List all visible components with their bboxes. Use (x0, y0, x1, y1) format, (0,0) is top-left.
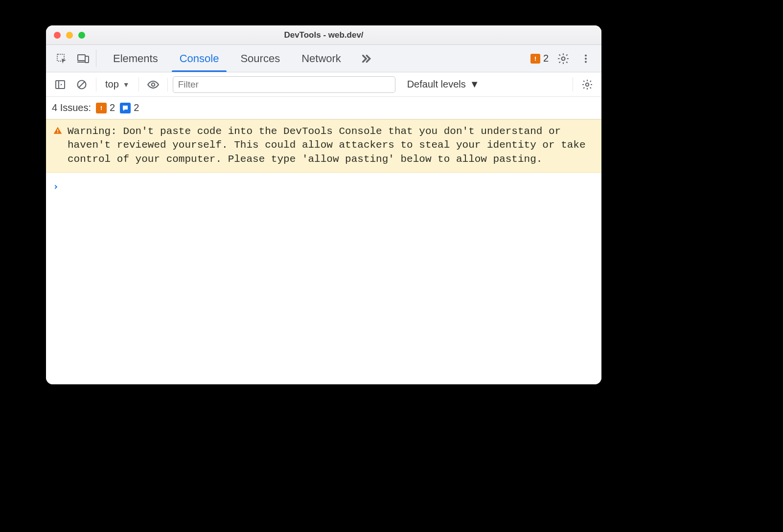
maximize-window-button[interactable] (78, 32, 85, 39)
log-levels-dropdown[interactable]: Default levels ▼ (407, 79, 480, 90)
toolbar-divider (96, 50, 96, 67)
dropdown-triangle-icon: ▼ (123, 81, 130, 89)
warning-triangle-icon (53, 126, 63, 135)
svg-rect-18 (57, 130, 58, 132)
issues-blue-group: 2 (120, 102, 139, 113)
panel-tabs: Elements Console Sources Network (102, 45, 378, 72)
issues-label: 4 Issues: (52, 102, 91, 113)
tab-network[interactable]: Network (291, 45, 352, 72)
tab-sources[interactable]: Sources (230, 45, 291, 72)
svg-point-7 (585, 54, 587, 56)
tabbar-right: 2 (529, 45, 599, 72)
svg-rect-10 (56, 81, 65, 89)
tab-console[interactable]: Console (169, 45, 230, 72)
levels-label: Default levels (407, 79, 466, 90)
console-prompt[interactable]: › (46, 173, 601, 200)
toolbar-divider (138, 78, 139, 91)
console-toolbar: top ▼ Default levels ▼ (46, 72, 601, 97)
console-body: Warning: Don't paste code into the DevTo… (46, 119, 601, 384)
prompt-caret-icon: › (53, 180, 59, 192)
window-title: DevTools - web.dev/ (46, 30, 601, 40)
svg-point-15 (586, 83, 589, 86)
svg-rect-1 (78, 55, 85, 61)
svg-rect-4 (535, 57, 536, 59)
error-count: 2 (543, 53, 549, 64)
svg-rect-16 (101, 106, 102, 109)
toolbar-divider (167, 78, 168, 91)
minimize-window-button[interactable] (66, 32, 73, 39)
tab-elements[interactable]: Elements (102, 45, 169, 72)
svg-rect-3 (85, 56, 89, 63)
error-chip-icon (530, 54, 540, 64)
svg-rect-5 (535, 60, 536, 61)
context-label: top (105, 79, 119, 90)
close-window-button[interactable] (54, 32, 61, 39)
devtools-window: DevTools - web.dev/ Elements Console Sou… (46, 25, 601, 384)
inspect-element-icon[interactable] (51, 45, 72, 72)
svg-point-9 (585, 61, 587, 63)
paste-warning-banner: Warning: Don't paste code into the DevTo… (46, 119, 601, 173)
svg-rect-19 (57, 132, 58, 133)
more-tabs-button[interactable] (352, 45, 378, 72)
issues-blue-count: 2 (134, 102, 139, 113)
filter-input[interactable] (173, 76, 395, 93)
more-options-icon[interactable] (576, 53, 596, 64)
warning-chip-icon (96, 103, 107, 113)
window-controls (46, 32, 85, 39)
issues-orange-group: 2 (96, 102, 115, 113)
clear-console-icon[interactable] (72, 75, 91, 94)
toolbar-divider (573, 78, 573, 91)
issues-orange-count: 2 (110, 102, 115, 113)
device-toolbar-icon[interactable] (72, 45, 94, 72)
svg-point-8 (585, 57, 587, 59)
live-expression-eye-icon[interactable] (144, 75, 162, 94)
context-dropdown[interactable]: top ▼ (101, 79, 134, 90)
issues-bar[interactable]: 4 Issues: 2 2 (46, 97, 601, 119)
dropdown-triangle-icon: ▼ (470, 79, 480, 90)
issues-badge[interactable]: 2 (529, 53, 551, 64)
svg-line-13 (79, 82, 85, 88)
titlebar: DevTools - web.dev/ (46, 25, 601, 45)
svg-point-14 (151, 83, 155, 86)
console-settings-gear-icon[interactable] (578, 75, 597, 94)
settings-gear-icon[interactable] (553, 52, 573, 65)
svg-rect-17 (101, 109, 102, 110)
main-tabbar: Elements Console Sources Network 2 (46, 45, 601, 72)
toolbar-divider (96, 78, 96, 91)
warning-text: Warning: Don't paste code into the DevTo… (68, 125, 593, 166)
svg-point-6 (562, 57, 565, 60)
toggle-sidebar-icon[interactable] (51, 75, 69, 94)
info-chip-icon (120, 103, 131, 113)
